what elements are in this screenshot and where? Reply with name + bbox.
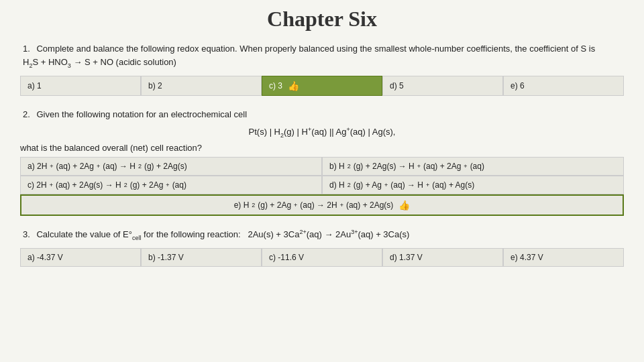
option-1e[interactable]: e) 6 bbox=[503, 76, 624, 96]
option-3c[interactable]: c) -11.6 V bbox=[262, 248, 382, 267]
question-3-options: a) -4.37 V b) -1.37 V c) -11.6 V d) 1.37… bbox=[20, 248, 624, 267]
question-1-text: 1. Complete and balance the following re… bbox=[20, 42, 624, 70]
option-1c[interactable]: c) 3 👍 bbox=[262, 76, 382, 96]
thumbs-up-icon-2: 👍 bbox=[398, 200, 410, 210]
option-3a[interactable]: a) -4.37 V bbox=[20, 248, 141, 267]
question-1-options: a) 1 b) 2 c) 3 👍 d) 5 e) 6 bbox=[20, 76, 624, 96]
option-2a[interactable]: a) 2H+(aq) + 2Ag+(aq) → H2(g) + 2Ag(s) bbox=[20, 157, 322, 176]
question-3: 3. Calculate the value of E°cell for the… bbox=[20, 228, 624, 267]
question-1-num: 1. bbox=[23, 44, 30, 54]
question-3-num: 3. bbox=[23, 229, 30, 239]
thumbs-up-icon: 👍 bbox=[288, 80, 299, 91]
option-2b[interactable]: b) H2(g) + 2Ag(s) → H+(aq) + 2Ag+(aq) bbox=[322, 157, 624, 176]
option-2d[interactable]: d) H2(g) + Ag+(aq) → H+(aq) + Ag(s) bbox=[322, 176, 624, 194]
option-1d[interactable]: d) 5 bbox=[382, 76, 503, 96]
option-3e[interactable]: e) 4.37 V bbox=[503, 248, 624, 267]
option-1b[interactable]: b) 2 bbox=[141, 76, 262, 96]
option-2e[interactable]: e) H2(g) + 2Ag+(aq) → 2H+(aq) + 2Ag(s) 👍 bbox=[20, 194, 624, 216]
question-2-options: a) 2H+(aq) + 2Ag+(aq) → H2(g) + 2Ag(s) b… bbox=[20, 157, 624, 216]
option-1a[interactable]: a) 1 bbox=[20, 76, 141, 96]
option-3d[interactable]: d) 1.37 V bbox=[382, 248, 503, 267]
option-2c[interactable]: c) 2H+(aq) + 2Ag(s) → H2(g) + 2Ag+(aq) bbox=[20, 176, 322, 194]
page-title: Chapter Six bbox=[20, 7, 624, 32]
question-2: 2. Given the following notation for an e… bbox=[20, 108, 624, 216]
question-2-text: 2. Given the following notation for an e… bbox=[20, 108, 624, 121]
question-2-center: Pt(s) | H2(g) | H+(aq) || Ag+(aq) | Ag(s… bbox=[20, 126, 624, 139]
question-3-text: 3. Calculate the value of E°cell for the… bbox=[20, 228, 624, 243]
option-3b[interactable]: b) -1.37 V bbox=[141, 248, 262, 267]
question-2-subtext: what is the balanced overall (net) cell … bbox=[20, 143, 624, 153]
question-2-num: 2. bbox=[23, 109, 30, 119]
question-1: 1. Complete and balance the following re… bbox=[20, 42, 624, 96]
